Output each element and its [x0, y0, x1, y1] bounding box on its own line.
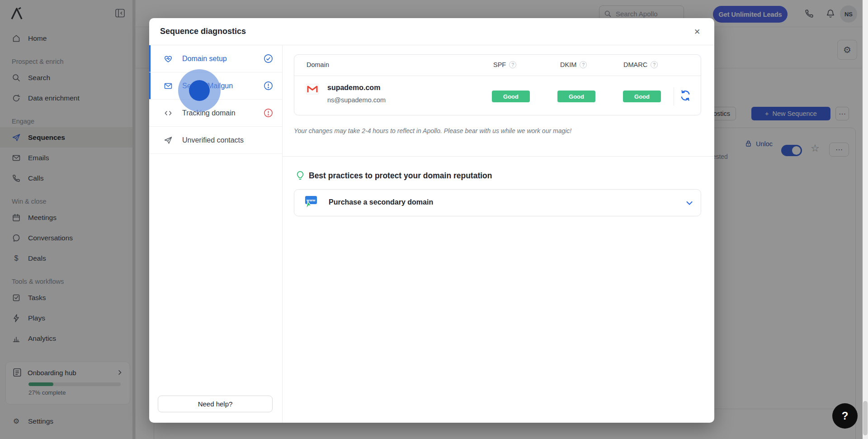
- tab-label: Tracking domain: [182, 109, 236, 117]
- tab-label: Domain setup: [182, 55, 227, 63]
- paper-plane-icon: [164, 136, 173, 145]
- domain-name: supademo.com: [327, 84, 380, 92]
- help-fab-button[interactable]: ?: [832, 403, 858, 429]
- chevron-down-icon[interactable]: [685, 199, 694, 208]
- tab-tracking-domain[interactable]: Tracking domain: [149, 100, 282, 127]
- tab-domain-setup[interactable]: Domain setup: [149, 45, 282, 72]
- divider: [674, 87, 674, 105]
- diagnostics-tab-list: Domain setup Sender/Mailgun Tracking dom…: [149, 45, 283, 423]
- spf-status-badge: Good: [492, 91, 530, 102]
- page-scrollbar-track[interactable]: [863, 0, 868, 439]
- heart-pulse-icon: [164, 54, 173, 63]
- modal-title: Sequence diagnostics: [160, 27, 246, 36]
- best-practices-title: Best practices to protect your domain re…: [309, 171, 492, 181]
- envelope-icon: [164, 81, 173, 91]
- code-icon: [164, 109, 173, 118]
- alert-circle-icon: [264, 81, 273, 91]
- dmarc-status-badge: Good: [623, 91, 661, 102]
- help-icon[interactable]: ?: [651, 61, 658, 68]
- column-dmarc: DMARC ?: [623, 61, 658, 68]
- help-icon[interactable]: ?: [580, 61, 587, 68]
- help-icon[interactable]: ?: [509, 61, 516, 68]
- sequence-diagnostics-modal: Sequence diagnostics ✕ Domain setup Send…: [149, 18, 714, 423]
- alert-circle-icon: [264, 108, 273, 118]
- lightbulb-icon: [295, 170, 306, 181]
- modal-header: Sequence diagnostics ✕: [149, 18, 714, 45]
- table-header: Domain SPF ? DKIM ? DMARC ?: [294, 55, 701, 76]
- page-scrollbar-thumb[interactable]: [863, 401, 868, 435]
- tab-unverified-contacts[interactable]: Unverified contacts: [149, 127, 282, 154]
- dns-propagation-note: Your changes may take 2-4 hours to refle…: [294, 127, 683, 134]
- purchase-secondary-domain-card[interactable]: www Purchase a secondary domain: [294, 189, 701, 216]
- tab-label: Sender/Mailgun: [182, 82, 233, 90]
- column-dkim: DKIM ?: [560, 61, 587, 68]
- sender-email: ns@supademo.com: [327, 96, 386, 104]
- check-circle-icon: [264, 54, 273, 63]
- section-divider: [283, 156, 714, 157]
- need-help-button[interactable]: Need help?: [158, 396, 273, 412]
- refresh-icon[interactable]: [679, 89, 693, 102]
- gmail-icon: [306, 84, 319, 95]
- tab-sender-mailgun[interactable]: Sender/Mailgun: [149, 72, 282, 100]
- tab-label: Unverified contacts: [182, 136, 244, 144]
- close-icon[interactable]: ✕: [691, 25, 703, 38]
- column-spf: SPF ?: [493, 61, 516, 68]
- buy-domain-icon: www: [304, 196, 318, 210]
- dkim-status-badge: Good: [557, 91, 595, 102]
- purchase-card-label: Purchase a secondary domain: [329, 198, 433, 206]
- domain-health-table: Domain SPF ? DKIM ? DMARC ? supademo.com…: [294, 54, 701, 115]
- column-domain: Domain: [307, 61, 329, 68]
